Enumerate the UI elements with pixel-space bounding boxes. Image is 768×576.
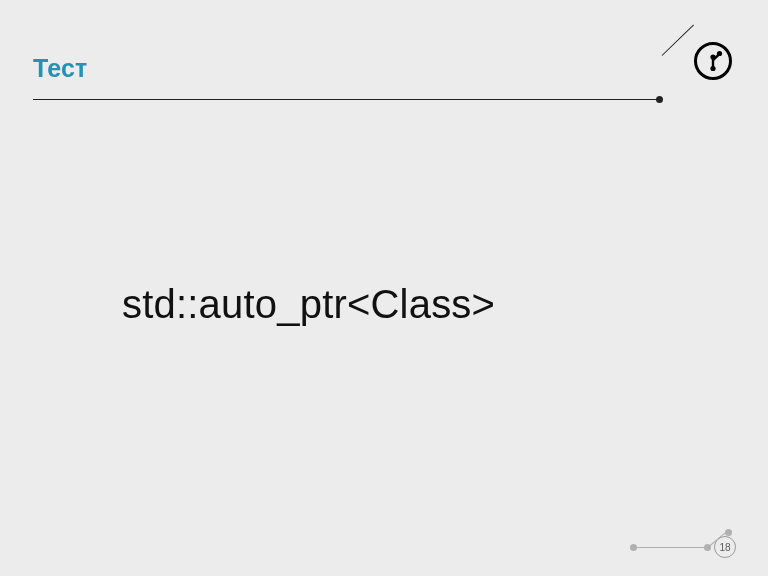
footer-decoration-dot [725, 529, 732, 536]
svg-point-2 [710, 54, 715, 59]
svg-point-3 [717, 51, 722, 56]
title-rule-line [33, 99, 658, 100]
page-number-badge: 18 [714, 536, 736, 558]
slide-body-text: std::auto_ptr<Class> [122, 282, 495, 327]
git-logo-icon [694, 42, 732, 80]
footer-decoration-line [634, 547, 706, 548]
title-rule-connector [662, 25, 694, 56]
slide-title: Тест [33, 54, 88, 83]
slide-footer: 18 [630, 522, 750, 562]
title-rule-dot [656, 96, 663, 103]
svg-point-4 [710, 66, 715, 71]
